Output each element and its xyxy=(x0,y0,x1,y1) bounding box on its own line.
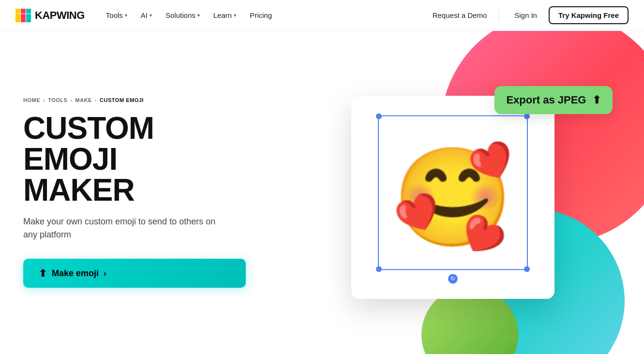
tools-chevron-icon: ▾ xyxy=(125,13,127,18)
handle-bottom-right[interactable] xyxy=(524,266,530,272)
hero-subtitle: Make your own custom emoji to send to ot… xyxy=(23,215,226,241)
breadcrumb-make[interactable]: MAKE xyxy=(75,97,92,103)
svg-rect-3 xyxy=(15,14,20,22)
hero-right: ↻ 🥰 Export as JPEG ⬆ xyxy=(261,31,644,354)
nav-ai[interactable]: AI ▾ xyxy=(135,7,158,23)
breadcrumb-sep-2: › xyxy=(70,97,72,103)
try-free-button[interactable]: Try Kapwing Free xyxy=(549,6,629,24)
hero-section: HOME › TOOLS › MAKE › CUSTOM EMOJI CUSTO… xyxy=(0,31,644,354)
nav-divider xyxy=(498,10,499,21)
nav-learn[interactable]: Learn ▾ xyxy=(208,7,242,23)
learn-chevron-icon: ▾ xyxy=(234,13,236,18)
nav-right: Request a Demo Sign In Try Kapwing Free xyxy=(431,6,629,24)
hero-title: CUSTOM EMOJI MAKER xyxy=(23,113,246,206)
rotate-handle[interactable]: ↻ xyxy=(448,274,458,283)
export-jpeg-button[interactable]: Export as JPEG ⬆ xyxy=(494,86,612,114)
svg-rect-2 xyxy=(26,9,31,14)
nav-items: Tools ▾ AI ▾ Solutions ▾ Learn ▾ Pricing xyxy=(100,7,431,23)
svg-rect-0 xyxy=(15,9,20,14)
nav-solutions[interactable]: Solutions ▾ xyxy=(160,7,206,23)
solutions-chevron-icon: ▾ xyxy=(197,13,200,18)
handle-top-right[interactable] xyxy=(524,113,530,119)
breadcrumb-sep-3: › xyxy=(95,97,97,103)
make-emoji-button[interactable]: ⬆ Make emoji › xyxy=(23,259,246,288)
logo-text: KAPWING xyxy=(35,9,85,22)
handle-bottom-left[interactable] xyxy=(376,266,382,272)
sign-in-button[interactable]: Sign In xyxy=(509,7,543,23)
breadcrumb: HOME › TOOLS › MAKE › CUSTOM EMOJI xyxy=(23,97,246,103)
logo-icon xyxy=(15,9,31,22)
breadcrumb-current: CUSTOM EMOJI xyxy=(100,97,144,103)
svg-rect-4 xyxy=(21,14,26,22)
arrow-right-icon: › xyxy=(104,268,106,279)
handle-top-left[interactable] xyxy=(376,113,382,119)
logo-link[interactable]: KAPWING xyxy=(15,9,85,22)
hero-left: HOME › TOOLS › MAKE › CUSTOM EMOJI CUSTO… xyxy=(0,31,261,354)
nav-pricing[interactable]: Pricing xyxy=(244,7,278,23)
upload-icon: ⬆ xyxy=(39,267,47,279)
svg-rect-5 xyxy=(26,14,31,22)
navbar: KAPWING Tools ▾ AI ▾ Solutions ▾ Learn ▾… xyxy=(0,0,644,31)
nav-tools[interactable]: Tools ▾ xyxy=(100,7,133,23)
ai-chevron-icon: ▾ xyxy=(150,13,152,18)
breadcrumb-home[interactable]: HOME xyxy=(23,97,40,103)
breadcrumb-sep-1: › xyxy=(43,97,45,103)
breadcrumb-tools[interactable]: TOOLS xyxy=(48,97,67,103)
svg-rect-1 xyxy=(21,9,26,14)
selection-box: ↻ xyxy=(378,115,528,270)
share-icon: ⬆ xyxy=(592,94,601,106)
request-demo-button[interactable]: Request a Demo xyxy=(431,7,489,23)
editor-card: ↻ 🥰 Export as JPEG ⬆ xyxy=(351,96,554,299)
